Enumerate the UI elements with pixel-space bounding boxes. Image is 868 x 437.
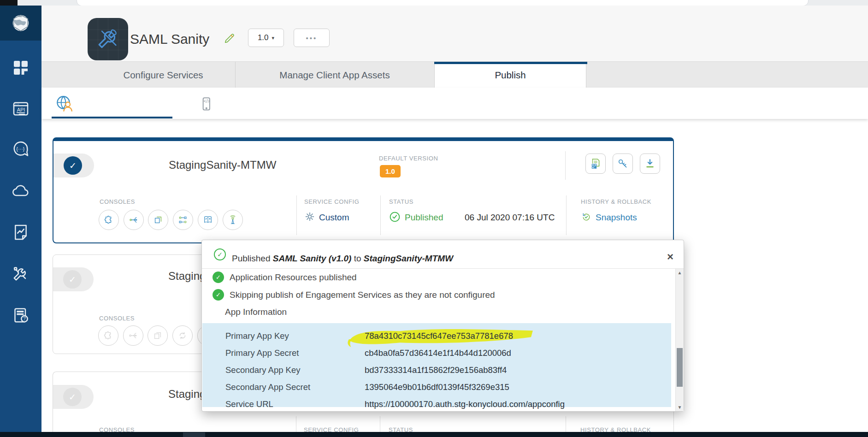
table-row-primary-app-key: Primary App Key 78a4310c73145cf647ee753a… [202, 327, 671, 344]
console-icon-object-mapping[interactable] [173, 210, 193, 230]
sidebar-apps-icon[interactable] [12, 59, 30, 77]
app-screen: API {···} ? [0, 0, 868, 437]
sidebar: API {···} ? [0, 6, 41, 432]
env-select-checkbox-mtmw[interactable]: ✓ [53, 154, 94, 177]
console-icon-identity[interactable] [98, 325, 118, 346]
sidebar-api-icon[interactable]: API [12, 100, 30, 118]
svg-text:</>: </> [203, 99, 210, 104]
table-row-secondary-app-key: Secondary App Key bd37333314a1f15862f29e… [202, 361, 671, 378]
console-icon-rules[interactable] [198, 210, 218, 230]
env-select-checkbox-84[interactable]: ✓ [53, 385, 94, 409]
taskbar-strip [0, 432, 868, 437]
history-rollback-label: HISTORY & ROLLBACK [581, 198, 651, 205]
divider [296, 195, 297, 235]
ellipsis-icon: ••• [306, 34, 318, 42]
sidebar-chat-code-icon[interactable]: {···} [12, 140, 30, 159]
app-information-heading: App Information [225, 307, 287, 317]
table-row-secondary-app-secret: Secondary App Secret 1395064e9b01b6df013… [202, 378, 671, 396]
brand-logo-tile[interactable] [0, 6, 41, 41]
app-icon [88, 18, 128, 60]
divider [565, 151, 566, 180]
globe-logo-icon [10, 12, 31, 34]
success-check-icon: ✓ [214, 248, 226, 260]
app-information-table: Primary App Key 78a4310c73145cf647ee753a… [202, 323, 671, 407]
app-keys-button[interactable] [613, 154, 633, 174]
published-timestamp: 06 Jul 2020 07:16 UTC [465, 213, 555, 223]
edit-pencil-icon[interactable] [224, 32, 236, 44]
tab-manage-client-app-assets[interactable]: Manage Client App Assets [235, 62, 434, 88]
default-version-label: DEFAULT VERSION [379, 155, 438, 162]
sidebar-tools-icon[interactable] [12, 265, 30, 283]
console-icon-integration[interactable] [124, 210, 144, 230]
modal-title-app: SAML Sanity (v1.0) [273, 254, 352, 263]
console-icon-objects[interactable] [148, 210, 168, 230]
app-header: SAML Sanity 1.0 ▾ ••• [41, 6, 868, 61]
app-report-button[interactable] [585, 154, 606, 174]
table-row-primary-app-secret: Primary App Secret cb4ba0fa57d36414e1f14… [202, 344, 671, 361]
active-subtab-indicator [52, 117, 172, 118]
console-icon-objects[interactable] [148, 325, 168, 346]
publish-subtabs: Service & Web Client </> Native Client [41, 88, 868, 119]
native-client-icon: </> [197, 95, 215, 112]
modal-title: Published SAML Sanity (v1.0) to StagingS… [232, 254, 453, 264]
checkbox-unchecked-icon: ✓ [63, 270, 82, 289]
sidebar-cloud-icon[interactable] [12, 182, 30, 200]
snapshots-icon [581, 212, 591, 222]
svg-text:?: ? [23, 316, 26, 321]
more-actions-button[interactable]: ••• [294, 29, 330, 47]
step-check-icon: ✓ [213, 289, 224, 301]
scrollbar-thumb[interactable] [677, 348, 683, 387]
console-icon-sync[interactable] [172, 325, 193, 346]
page-title: SAML Sanity [130, 31, 209, 47]
service-web-client-icon [55, 94, 75, 113]
chevron-down-icon: ▾ [272, 35, 275, 41]
published-check-icon [389, 211, 401, 223]
active-tab-indicator [434, 62, 587, 64]
version-dropdown[interactable]: 1.0 ▾ [248, 29, 284, 47]
tab-publish[interactable]: Publish [434, 62, 586, 89]
consoles-label: CONSOLES [100, 198, 135, 205]
gear-icon [304, 211, 315, 222]
step-text: Skipping publish of Engagement Services … [230, 290, 495, 300]
modal-scrollbar[interactable]: ▲ ▼ [675, 269, 684, 411]
app-icon-sketch [95, 26, 121, 52]
consoles-label: CONSOLES [99, 315, 135, 322]
svg-text:API: API [17, 107, 25, 112]
sidebar-analytics-icon[interactable] [12, 223, 30, 242]
console-icon-integration[interactable] [123, 325, 143, 346]
status-label: STATUS [389, 198, 413, 205]
default-version-badge: 1.0 [380, 165, 401, 177]
divider [380, 195, 381, 235]
svg-text:{···}: {···} [16, 146, 24, 152]
scroll-down-icon[interactable]: ▼ [676, 405, 684, 410]
service-config-value[interactable]: Custom [319, 213, 349, 223]
version-value: 1.0 [258, 33, 269, 42]
divider [566, 195, 567, 235]
table-row-service-url: Service URL https://100000170.auth.stg-k… [202, 396, 671, 413]
main-tabs: Configure Services Manage Client App Ass… [41, 61, 868, 88]
taskbar-tile [183, 432, 205, 437]
console-icon-identity[interactable] [99, 210, 119, 230]
checkbox-checked-icon: ✓ [64, 156, 82, 175]
sidebar-docs-help-icon[interactable]: ? [12, 306, 30, 325]
browser-corner [0, 0, 18, 6]
modal-header: ✓ Published SAML Sanity (v1.0) to Stagin… [202, 240, 684, 269]
publish-result-modal: ✓ Published SAML Sanity (v1.0) to Stagin… [201, 240, 684, 412]
modal-title-env: StagingSanity-MTMW [364, 254, 453, 263]
snapshots-link[interactable]: Snapshots [596, 213, 637, 223]
service-config-label: SERVICE CONFIG [304, 198, 359, 205]
browser-strip [0, 0, 868, 6]
scroll-up-icon[interactable]: ▲ [676, 270, 684, 275]
tab-configure-services[interactable]: Configure Services [91, 62, 235, 88]
checkbox-unchecked-icon: ✓ [63, 388, 82, 406]
env-name: StagingSanity-MTMW [169, 159, 276, 171]
step-text: Application Resources published [230, 272, 357, 283]
close-icon[interactable]: × [667, 251, 673, 262]
step-check-icon: ✓ [213, 272, 224, 283]
env-card-stagingsanity-mtmw: ✓ StagingSanity-MTMW DEFAULT VERSION 1.0 [53, 137, 674, 243]
download-button[interactable] [640, 154, 660, 174]
env-select-checkbox-73[interactable]: ✓ [53, 267, 94, 291]
status-value: Published [405, 213, 443, 223]
console-icon-engagement[interactable] [223, 210, 243, 230]
